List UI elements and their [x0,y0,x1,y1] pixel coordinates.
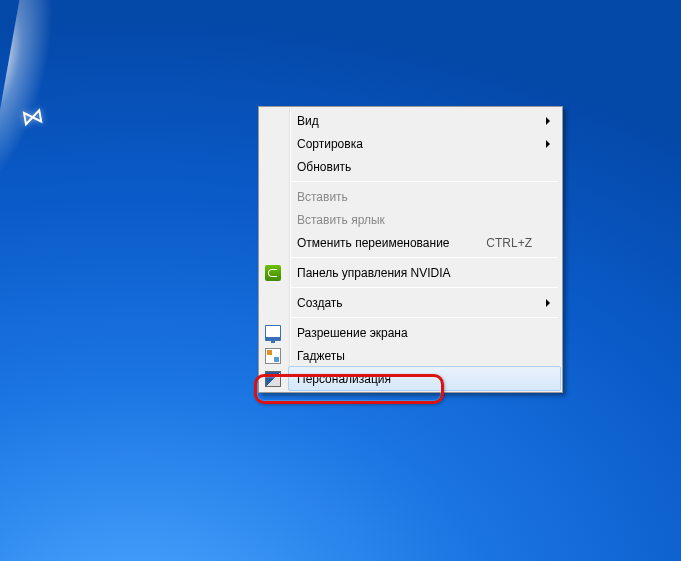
gadgets-icon [265,348,281,364]
menu-separator [291,181,558,182]
menu-label: Вид [297,114,532,128]
menu-item-paste: Вставить [289,185,560,208]
menu-item-refresh[interactable]: Обновить [289,155,560,178]
menu-separator [291,317,558,318]
butterfly-icon: ⋈ [20,102,46,131]
menu-label: Отменить переименование [297,236,470,250]
menu-item-gadgets[interactable]: Гаджеты [289,344,560,367]
menu-item-sort[interactable]: Сортировка [289,132,560,155]
personalize-icon [265,371,281,387]
menu-separator [291,257,558,258]
menu-shortcut: CTRL+Z [486,236,532,250]
menu-item-view[interactable]: Вид [289,109,560,132]
menu-label: Гаджеты [297,349,532,363]
menu-item-new[interactable]: Создать [289,291,560,314]
submenu-arrow-icon [546,299,550,307]
menu-label: Персонализация [297,372,532,386]
menu-label: Сортировка [297,137,532,151]
desktop-context-menu: Вид Сортировка Обновить Вставить Вставит… [258,106,563,393]
monitor-icon [265,325,281,341]
menu-item-nvidia[interactable]: Панель управления NVIDIA [289,261,560,284]
menu-separator [291,287,558,288]
desktop[interactable]: ⋈ Вид Сортировка Обновить Вставить Встав… [0,0,681,561]
menu-label: Обновить [297,160,532,174]
menu-label: Вставить ярлык [297,213,532,227]
menu-label: Вставить [297,190,532,204]
menu-item-resolution[interactable]: Разрешение экрана [289,321,560,344]
submenu-arrow-icon [546,140,550,148]
menu-label: Создать [297,296,532,310]
menu-item-undo-rename[interactable]: Отменить переименование CTRL+Z [289,231,560,254]
nvidia-icon [265,265,281,281]
menu-label: Панель управления NVIDIA [297,266,532,280]
menu-item-paste-shortcut: Вставить ярлык [289,208,560,231]
menu-label: Разрешение экрана [297,326,532,340]
submenu-arrow-icon [546,117,550,125]
menu-item-personalize[interactable]: Персонализация [288,366,561,391]
